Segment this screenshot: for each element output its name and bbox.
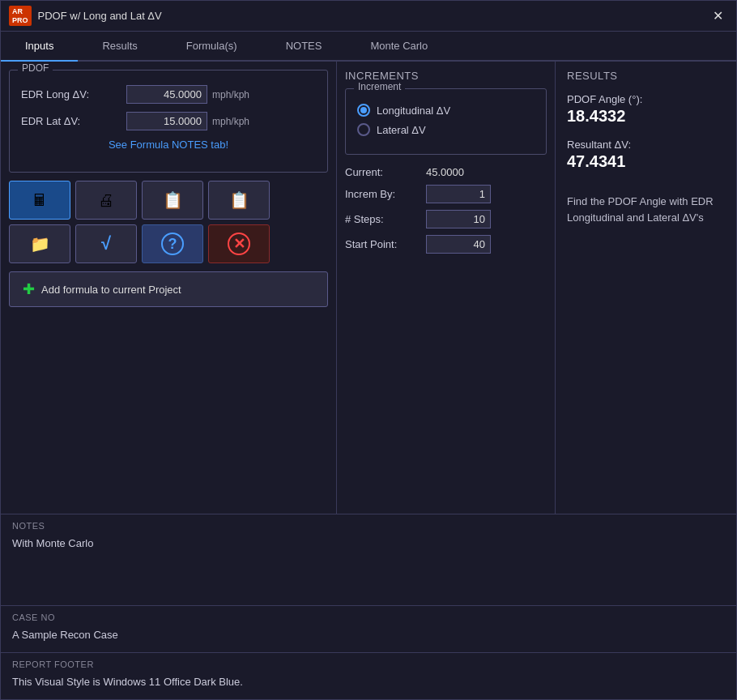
steps-row: # Steps: bbox=[345, 210, 547, 228]
tab-notes[interactable]: NOTES bbox=[262, 32, 347, 62]
help-button[interactable]: ? bbox=[142, 224, 203, 263]
report-footer-label: REPORT FOOTER bbox=[12, 659, 725, 669]
edr-long-row: EDR Long ΔV: mph/kph bbox=[21, 85, 316, 104]
title-bar: AR PRO PDOF w/ Long and Lat ΔV ✕ bbox=[1, 1, 736, 32]
results-panel: RESULTS PDOF Angle (°): 18.4332 Resultan… bbox=[556, 62, 736, 514]
radio-longitudinal[interactable]: Longitudinal ΔV bbox=[357, 104, 535, 117]
pdof-angle-value: 18.4332 bbox=[567, 107, 725, 126]
radio-lateral[interactable]: Lateral ΔV bbox=[357, 123, 535, 136]
open-button[interactable]: 📁 bbox=[9, 224, 70, 263]
notes-section-label: NOTES bbox=[12, 521, 725, 531]
start-point-input[interactable] bbox=[426, 235, 491, 254]
case-no-content: A Sample Recon Case bbox=[12, 625, 725, 646]
plus-icon: ✚ bbox=[23, 280, 35, 298]
add-formula-button[interactable]: ✚ Add formula to current Project bbox=[9, 271, 328, 307]
radio-longitudinal-label: Longitudinal ΔV bbox=[377, 105, 450, 117]
radio-lateral-circle[interactable] bbox=[357, 123, 370, 136]
sqrt-button[interactable]: √ bbox=[75, 224, 137, 263]
close-button[interactable]: ✕ bbox=[708, 6, 728, 25]
start-point-label: Start Point: bbox=[345, 238, 426, 250]
resultant-result: Resultant ΔV: 47.4341 bbox=[567, 139, 725, 171]
notes-section: NOTES With Monte Carlo bbox=[1, 514, 736, 606]
main-window: AR PRO PDOF w/ Long and Lat ΔV ✕ Inputs … bbox=[0, 0, 737, 700]
edr-long-label: EDR Long ΔV: bbox=[21, 88, 126, 100]
edr-lat-label: EDR Lat ΔV: bbox=[21, 115, 126, 127]
edr-long-input[interactable] bbox=[126, 85, 207, 104]
window-title: PDOF w/ Long and Lat ΔV bbox=[38, 10, 708, 22]
tab-bar: Inputs Results Formula(s) NOTES Monte Ca… bbox=[1, 32, 736, 62]
steps-label: # Steps: bbox=[345, 213, 426, 225]
current-value: 45.0000 bbox=[426, 166, 464, 178]
increm-by-input[interactable] bbox=[426, 185, 491, 203]
report-footer-section: REPORT FOOTER This Visual Style is Windo… bbox=[1, 653, 736, 699]
edr-lat-unit: mph/kph bbox=[212, 116, 249, 127]
resultant-label: Resultant ΔV: bbox=[567, 139, 725, 151]
current-label: Current: bbox=[345, 166, 426, 178]
radio-lateral-label: Lateral ΔV bbox=[377, 124, 426, 136]
case-no-section: CASE NO A Sample Recon Case bbox=[1, 606, 736, 653]
tab-monte-carlo[interactable]: Monte Carlo bbox=[346, 32, 452, 62]
increm-by-label: Increm By: bbox=[345, 188, 426, 200]
edr-long-unit: mph/kph bbox=[212, 89, 249, 100]
increment-box: Increment Longitudinal ΔV Lateral ΔV bbox=[345, 88, 547, 155]
calculator-button[interactable]: 🖩 bbox=[9, 181, 70, 220]
paste-button[interactable]: 📋 bbox=[208, 181, 270, 220]
print-button[interactable]: 🖨 bbox=[75, 181, 137, 220]
result-description: Find the PDOF Angle with EDR Longitudina… bbox=[567, 194, 725, 225]
increments-panel: INCREMENTS Increment Longitudinal ΔV Lat… bbox=[337, 62, 556, 514]
resultant-value: 47.4341 bbox=[567, 152, 725, 171]
app-logo: AR PRO bbox=[9, 6, 32, 27]
pdof-label: PDOF bbox=[18, 62, 53, 74]
edr-lat-input[interactable] bbox=[126, 112, 207, 130]
formula-notes-link[interactable]: See Formula NOTES tab! bbox=[21, 139, 316, 151]
results-title: RESULTS bbox=[567, 70, 725, 82]
button-grid: 🖩 🖨 📋 📋 📁 √ ? ✕ bbox=[9, 181, 328, 263]
case-no-section-label: CASE NO bbox=[12, 612, 725, 622]
pdof-angle-label: PDOF Angle (°): bbox=[567, 93, 725, 105]
current-row: Current: 45.0000 bbox=[345, 166, 547, 178]
radio-longitudinal-circle[interactable] bbox=[357, 104, 370, 117]
pdof-section: PDOF EDR Long ΔV: mph/kph EDR Lat ΔV: mp… bbox=[9, 70, 328, 173]
increm-by-row: Increm By: bbox=[345, 185, 547, 203]
tab-results[interactable]: Results bbox=[78, 32, 161, 62]
tab-formulas[interactable]: Formula(s) bbox=[162, 32, 262, 62]
start-point-row: Start Point: bbox=[345, 235, 547, 254]
cancel-button[interactable]: ✕ bbox=[208, 224, 270, 263]
pdof-angle-result: PDOF Angle (°): 18.4332 bbox=[567, 93, 725, 126]
main-content: PDOF EDR Long ΔV: mph/kph EDR Lat ΔV: mp… bbox=[1, 62, 736, 514]
copy-button[interactable]: 📋 bbox=[142, 181, 203, 220]
steps-input[interactable] bbox=[426, 210, 491, 228]
left-panel: PDOF EDR Long ΔV: mph/kph EDR Lat ΔV: mp… bbox=[1, 62, 337, 514]
increment-section-label: Increment bbox=[354, 81, 405, 92]
add-formula-label: Add formula to current Project bbox=[41, 284, 181, 296]
tab-inputs[interactable]: Inputs bbox=[1, 32, 78, 62]
bottom-sections: NOTES With Monte Carlo CASE NO A Sample … bbox=[1, 514, 736, 699]
report-footer-content: This Visual Style is Windows 11 Office D… bbox=[12, 672, 725, 693]
notes-content: With Monte Carlo bbox=[12, 534, 725, 599]
increments-title: INCREMENTS bbox=[345, 70, 547, 82]
edr-lat-row: EDR Lat ΔV: mph/kph bbox=[21, 112, 316, 130]
